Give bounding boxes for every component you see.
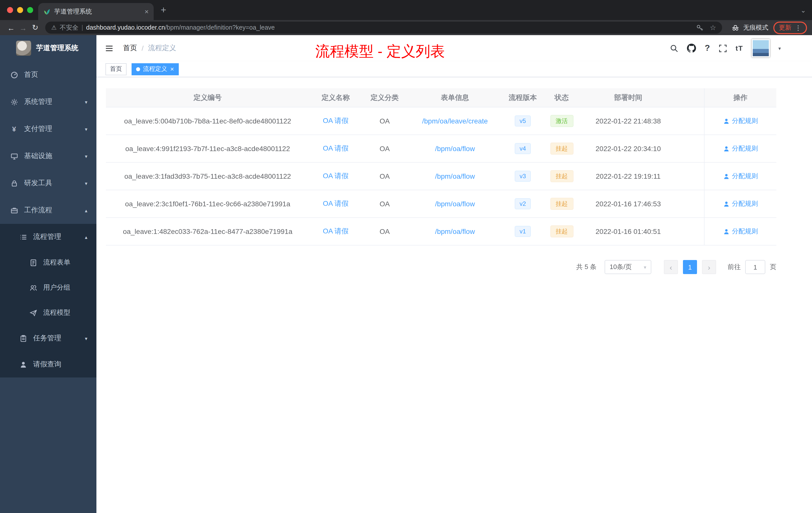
sidebar-item-task-management[interactable]: 任务管理 ▾ — [0, 325, 96, 351]
definition-name-link[interactable]: OA 请假 — [323, 227, 349, 236]
update-label: 更新 — [779, 23, 791, 32]
assign-rule-button[interactable]: 分配规则 — [723, 199, 758, 208]
cell-definition-id: oa_leave:3:1fad3d93-7b75-11ec-a3c8-acde4… — [106, 163, 309, 190]
sidebar-item-leave-query[interactable]: 请假查询 — [0, 351, 96, 378]
breadcrumb-separator: / — [142, 44, 144, 52]
assign-rule-label: 分配规则 — [732, 172, 758, 181]
tag-home[interactable]: 首页 — [106, 63, 126, 75]
reload-button[interactable]: ↻ — [29, 23, 41, 32]
send-icon — [29, 309, 37, 317]
bookmark-star-icon[interactable]: ☆ — [710, 24, 716, 32]
form-info-link[interactable]: /bpm/oa/flow — [435, 228, 475, 235]
browser-tab[interactable]: 芋道管理系统 × — [38, 3, 154, 20]
window-close-button[interactable] — [7, 7, 13, 13]
cell-category: OA — [362, 135, 407, 162]
table-header-row: 定义编号 定义名称 定义分类 表单信息 流程版本 状态 部署时间 操作 — [106, 88, 776, 108]
fullscreen-icon[interactable] — [719, 44, 727, 53]
sidebar-item-payment[interactable]: ¥ 支付管理 ▾ — [0, 116, 96, 143]
sidebar-item-label: 系统管理 — [24, 97, 52, 107]
cell-spacer — [676, 163, 704, 190]
breadcrumb: 首页 / 流程定义 — [123, 44, 176, 53]
sidebar-item-process-management[interactable]: 流程管理 ▴ — [0, 224, 96, 250]
assign-rule-button[interactable]: 分配规则 — [723, 144, 758, 153]
definition-name-link[interactable]: OA 请假 — [323, 144, 349, 153]
github-icon[interactable] — [687, 44, 696, 53]
page-size-select[interactable]: 10条/页 ▾ — [605, 260, 651, 274]
sidebar-item-workflow[interactable]: 工作流程 ▴ — [0, 197, 96, 224]
form-info-link[interactable]: /bpm/oa/leave/create — [422, 117, 488, 125]
table-row: oa_leave:3:1fad3d93-7b75-11ec-a3c8-acde4… — [106, 163, 776, 190]
sidebar-item-devtools[interactable]: 研发工具 ▾ — [0, 170, 96, 197]
cell-definition-id: oa_leave:1:482ec033-762a-11ec-8477-a2380… — [106, 218, 309, 245]
workflow-submenu: 流程管理 ▴ 流程表单 用户分组 流程模型 任务管理 — [0, 224, 96, 378]
tab-close-icon[interactable]: × — [145, 7, 149, 16]
col-header-definition-name: 定义名称 — [309, 88, 362, 107]
definition-name-link[interactable]: OA 请假 — [323, 117, 349, 125]
prev-page-button[interactable]: ‹ — [664, 260, 678, 274]
page-number-button[interactable]: 1 — [683, 260, 697, 274]
annotation-title: 流程模型 - 定义列表 — [315, 42, 445, 62]
next-page-button[interactable]: › — [702, 260, 716, 274]
sidebar-item-process-form[interactable]: 流程表单 — [0, 250, 96, 275]
form-info-link[interactable]: /bpm/oa/flow — [435, 200, 475, 208]
assign-rule-label: 分配规则 — [732, 199, 758, 208]
font-size-icon[interactable]: tT — [736, 44, 743, 52]
col-header-form-info: 表单信息 — [407, 88, 503, 107]
cell-deploy-time: 2022-01-22 21:48:38 — [580, 108, 676, 134]
chrome-update-button[interactable]: 更新 ⋮ — [773, 21, 807, 34]
search-icon[interactable] — [670, 44, 679, 53]
form-info-link[interactable]: /bpm/oa/flow — [435, 145, 475, 153]
cell-spacer — [676, 190, 704, 217]
definition-name-link[interactable]: OA 请假 — [323, 172, 349, 181]
address-bar[interactable]: ⚠ 不安全 | dashboard.yudao.iocoder.cn/bpm/m… — [45, 22, 722, 34]
browser-menu-icon[interactable]: ⋮ — [795, 24, 802, 31]
url-text: dashboard.yudao.iocoder.cn/bpm/manager/d… — [86, 24, 275, 31]
definition-name-link[interactable]: OA 请假 — [323, 199, 349, 208]
security-label[interactable]: 不安全 — [60, 23, 79, 32]
cell-deploy-time: 2022-01-22 20:34:10 — [580, 135, 676, 162]
sidebar-item-process-model[interactable]: 流程模型 — [0, 300, 96, 325]
window-minimize-button[interactable] — [17, 7, 23, 13]
app-window: 芋道管理系统 首页 系统管理 ▾ ¥ 支付管理 ▾ 基础设施 ▾ — [0, 35, 812, 513]
sidebar-item-label: 流程管理 — [33, 233, 61, 241]
sidebar-item-home[interactable]: 首页 — [0, 61, 96, 88]
avatar-caret-icon[interactable]: ▾ — [778, 46, 781, 51]
incognito-icon — [731, 23, 740, 32]
help-icon[interactable]: ? — [705, 43, 710, 53]
sidebar-collapse-icon[interactable] — [105, 43, 114, 53]
assign-rule-button[interactable]: 分配规则 — [723, 227, 758, 236]
sidebar: 芋道管理系统 首页 系统管理 ▾ ¥ 支付管理 ▾ 基础设施 ▾ — [0, 35, 96, 513]
sidebar-item-infrastructure[interactable]: 基础设施 ▾ — [0, 143, 96, 170]
goto-page-input[interactable] — [745, 260, 765, 274]
status-badge: 挂起 — [550, 170, 573, 182]
url-host: dashboard.yudao.iocoder.cn — [86, 24, 165, 31]
cell-spacer — [676, 108, 704, 134]
sidebar-item-label: 首页 — [24, 70, 38, 79]
breadcrumb-home[interactable]: 首页 — [123, 44, 137, 53]
lock-icon — [10, 179, 18, 187]
logo-avatar — [16, 41, 31, 56]
dashboard-icon — [10, 71, 18, 79]
forward-button[interactable]: → — [17, 23, 29, 32]
sidebar-item-label: 研发工具 — [24, 179, 52, 188]
new-tab-button[interactable]: + — [161, 4, 166, 16]
back-button[interactable]: ← — [5, 23, 17, 32]
form-info-link[interactable]: /bpm/oa/flow — [435, 172, 475, 180]
top-navbar: 首页 / 流程定义 流程模型 - 定义列表 ? tT — [96, 35, 812, 61]
goto-label: 前往 — [728, 263, 741, 272]
sidebar-item-user-group[interactable]: 用户分组 — [0, 275, 96, 300]
sidebar-item-system[interactable]: 系统管理 ▾ — [0, 88, 96, 116]
select-caret-icon: ▾ — [644, 264, 646, 270]
assign-rule-button[interactable]: 分配规则 — [723, 172, 758, 181]
tag-process-definition[interactable]: 流程定义 × — [132, 63, 178, 75]
col-header-definition-id: 定义编号 — [106, 88, 309, 107]
tag-close-icon[interactable]: × — [170, 66, 174, 72]
pagination-total: 共 5 条 — [576, 263, 597, 272]
sidebar-logo[interactable]: 芋道管理系统 — [0, 35, 96, 61]
window-zoom-button[interactable] — [27, 7, 33, 13]
breadcrumb-current: 流程定义 — [148, 44, 176, 53]
password-key-icon[interactable] — [696, 24, 704, 31]
tab-search-chevron-icon[interactable]: ⌄ — [801, 6, 806, 14]
user-avatar[interactable] — [752, 39, 770, 57]
assign-rule-button[interactable]: 分配规则 — [723, 117, 758, 125]
